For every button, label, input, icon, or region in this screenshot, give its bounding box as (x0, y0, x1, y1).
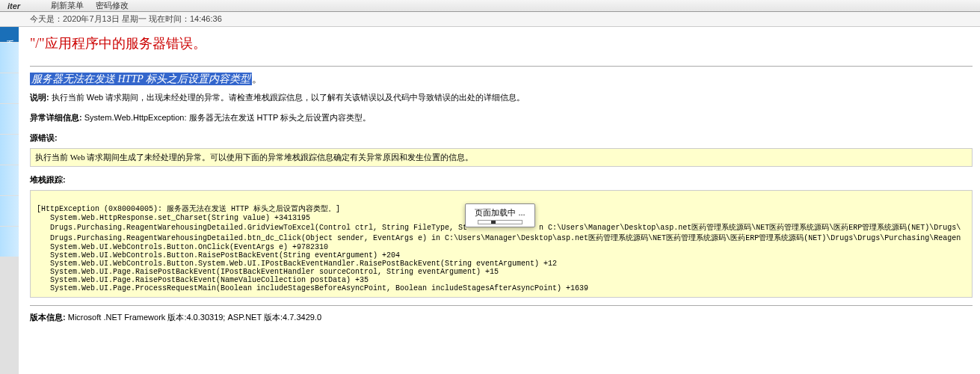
sidebar-tab-2[interactable] (0, 73, 19, 103)
error-subtitle: 服务器无法在发送 HTTP 标头之后设置内容类型 (30, 73, 252, 85)
sidebar-tab-7[interactable] (0, 227, 19, 257)
error-description: 说明: 执行当前 Web 请求期间，出现未经处理的异常。请检查堆栈跟踪信息，以了… (30, 92, 973, 103)
error-subtitle-wrap: 服务器无法在发送 HTTP 标头之后设置内容类型。 (30, 73, 973, 86)
sidebar-tab-4[interactable] (0, 135, 19, 165)
version-label: 版本信息: (30, 313, 66, 322)
source-error-block: 执行当前 Web 请求期间生成了未经处理的异常。可以使用下面的异常堆栈跟踪信息确… (30, 148, 973, 167)
loading-text: 页面加载中 ... (475, 207, 525, 218)
version-text: Microsoft .NET Framework 版本:4.0.30319; A… (66, 313, 321, 322)
exception-details: 异常详细信息: System.Web.HttpException: 服务器无法在… (30, 112, 973, 123)
date-bar: 今天是：2020年7月13日 星期一 现在时间：14:46:36 (0, 12, 980, 27)
sidebar-tab-5[interactable] (0, 165, 19, 195)
exception-text: System.Web.HttpException: 服务器无法在发送 HTTP … (82, 113, 372, 122)
sidebar-tab-6[interactable] (0, 196, 19, 226)
app-header: iter 刷新菜单 密码修改 (0, 0, 980, 12)
version-info: 版本信息: Microsoft .NET Framework 版本:4.0.30… (30, 312, 973, 323)
source-error-text: 执行当前 Web 请求期间生成了未经处理的异常。可以使用下面的异常堆栈跟踪信息确… (35, 153, 473, 162)
error-subtitle-period: 。 (252, 73, 262, 85)
menu-change-password[interactable]: 密码修改 (90, 0, 135, 11)
main-content: "/"应用程序中的服务器错误。 服务器无法在发送 HTTP 标头之后设置内容类型… (19, 27, 980, 374)
divider-bottom (30, 305, 973, 306)
date-text: 今天是：2020年7月13日 星期一 现在时间：14:46:36 (30, 13, 222, 25)
sidebar-tab-3[interactable] (0, 104, 19, 134)
menu-refresh[interactable]: 刷新菜单 (45, 0, 90, 11)
error-title: "/"应用程序中的服务器错误。 (30, 34, 973, 52)
error-page: "/"应用程序中的服务器错误。 服务器无法在发送 HTTP 标头之后设置内容类型… (19, 27, 980, 331)
divider (30, 66, 973, 67)
sidebar: 系统 (0, 27, 19, 374)
source-error-label: 源错误: (30, 132, 973, 144)
exception-label: 异常详细信息: (30, 113, 82, 122)
sidebar-tab-system[interactable]: 系统 (0, 27, 19, 42)
stacktrace-label: 堆栈跟踪: (30, 174, 973, 186)
app-brand: iter (0, 1, 45, 10)
sidebar-tab-1[interactable] (0, 43, 19, 73)
loading-dialog: 页面加载中 ... (465, 203, 535, 227)
description-label: 说明: (30, 93, 49, 102)
loading-bar (478, 220, 523, 224)
description-text: 执行当前 Web 请求期间，出现未经处理的异常。请检查堆栈跟踪信息，以了解有关该… (49, 93, 526, 102)
